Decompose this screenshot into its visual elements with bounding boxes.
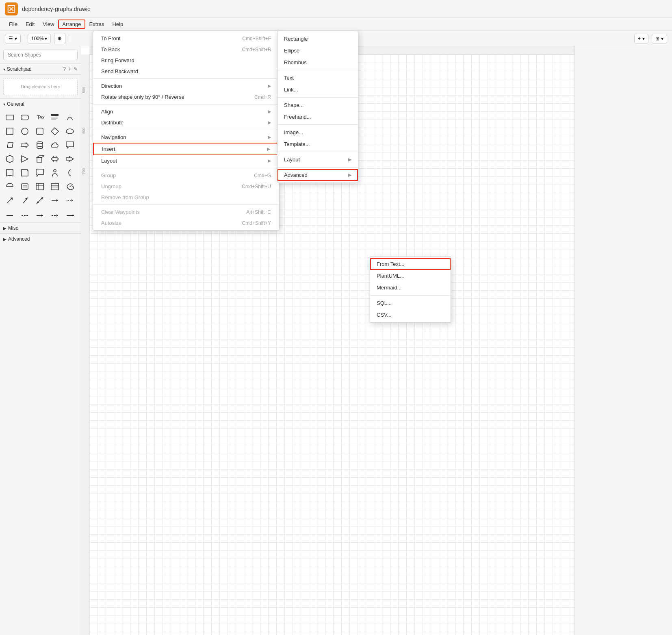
shape-rounded-square[interactable] <box>33 125 46 138</box>
menu-edit[interactable]: Edit <box>22 20 39 29</box>
insert-template[interactable]: Template... <box>277 138 358 150</box>
shape-table[interactable] <box>33 180 46 193</box>
menu-direction[interactable]: Direction ▶ <box>93 80 279 91</box>
rotate-label: Rotate shape only by 90° / Reverse <box>101 94 184 100</box>
shape-double-arrow-2[interactable] <box>33 194 46 207</box>
advanced-from-text[interactable]: From Text... <box>370 258 451 270</box>
menu-arrange[interactable]: Arrange <box>58 20 85 29</box>
shape-hexagon[interactable] <box>3 152 16 165</box>
menu-rotate[interactable]: Rotate shape only by 90° / Reverse Cmd+R <box>93 91 279 102</box>
shape-arc[interactable] <box>63 111 76 124</box>
advanced-csv[interactable]: CSV... <box>370 309 451 321</box>
shape-text[interactable]: Text <box>33 111 46 124</box>
menu-group[interactable]: Group Cmd+G <box>93 170 279 181</box>
insert-link[interactable]: Link... <box>277 84 358 96</box>
insert-image[interactable]: Image... <box>277 126 358 138</box>
shape-connector-3[interactable] <box>33 208 46 221</box>
zoom-fit-button[interactable]: ⊕ <box>54 33 65 44</box>
menu-extras[interactable]: Extras <box>85 20 108 29</box>
svg-rect-31 <box>36 183 43 190</box>
insert-layout[interactable]: Layout ▶ <box>277 154 358 165</box>
shape-list-item[interactable] <box>48 180 61 193</box>
shape-diamond[interactable] <box>48 125 61 138</box>
grid-button[interactable]: ⊞ ▾ <box>652 34 667 43</box>
insert-ellipse[interactable]: Ellipse <box>277 45 358 57</box>
scratchpad-add-icon[interactable]: + <box>68 66 71 72</box>
shape-note[interactable] <box>18 166 31 179</box>
shape-line-dot[interactable] <box>63 194 76 207</box>
toolbar-separator-2 <box>69 35 69 43</box>
advanced-section-header[interactable]: ▶ Advanced <box>0 233 81 244</box>
shape-callout[interactable] <box>63 139 76 152</box>
menu-send-backward[interactable]: Send Backward <box>93 66 279 77</box>
menu-insert[interactable]: Insert ▶ <box>93 143 279 155</box>
menu-navigation[interactable]: Navigation ▶ <box>93 132 279 143</box>
shape-cube[interactable] <box>33 152 46 165</box>
shape-double-arrow[interactable] <box>48 152 61 165</box>
scratchpad-edit-icon[interactable]: ✎ <box>74 66 78 72</box>
shape-rounded-note[interactable] <box>18 180 31 193</box>
menu-ungroup[interactable]: Ungroup Cmd+Shift+U <box>93 181 279 192</box>
insert-shape[interactable]: Shape... <box>277 99 358 111</box>
page-layout-button[interactable]: ☰ ▾ <box>5 34 21 43</box>
insert-rectangle[interactable]: Rectangle <box>277 33 358 45</box>
insert-freehand[interactable]: Freehand... <box>277 111 358 123</box>
drawio-logo-icon <box>7 4 16 13</box>
shape-rounded-rectangle[interactable] <box>18 111 31 124</box>
advanced-plantuml[interactable]: PlantUML... <box>370 270 451 282</box>
shape-square[interactable] <box>3 125 16 138</box>
shape-circle[interactable] <box>18 125 31 138</box>
shape-diagonal-arrow[interactable] <box>3 194 16 207</box>
menu-to-front[interactable]: To Front Cmd+Shift+F <box>93 33 279 44</box>
shape-connector-2[interactable] <box>18 208 31 221</box>
scratchpad-help-icon[interactable]: ? <box>63 66 66 72</box>
advanced-mermaid[interactable]: Mermaid... <box>370 282 451 294</box>
shape-half-circle[interactable] <box>3 180 16 193</box>
shape-rectangle[interactable] <box>3 111 16 124</box>
menu-align[interactable]: Align ▶ <box>93 106 279 117</box>
advanced-sql[interactable]: SQL... <box>370 297 451 309</box>
shape-step[interactable] <box>63 152 76 165</box>
menu-view[interactable]: View <box>39 20 58 29</box>
shape-up-arrow[interactable] <box>18 194 31 207</box>
clear-waypoints-label: Clear Waypoints <box>101 209 140 215</box>
shape-cloud[interactable] <box>48 139 61 152</box>
shape-person[interactable] <box>48 166 61 179</box>
shape-triangle-right[interactable] <box>18 152 31 165</box>
rotate-shortcut: Cmd+R <box>254 94 271 100</box>
shape-comment[interactable] <box>33 166 46 179</box>
zoom-control[interactable]: 100% ▾ <box>28 34 51 43</box>
search-input[interactable] <box>3 50 78 60</box>
svg-marker-12 <box>7 143 13 148</box>
shape-parallelogram[interactable] <box>3 139 16 152</box>
shape-bracket[interactable] <box>63 166 76 179</box>
shape-cylinder[interactable] <box>33 139 46 152</box>
menu-layout[interactable]: Layout ▶ <box>93 155 279 166</box>
menu-file[interactable]: File <box>5 20 22 29</box>
scratchpad-tools: ? + ✎ <box>63 66 78 72</box>
menu-help[interactable]: Help <box>108 20 127 29</box>
to-back-label: To Back <box>101 46 120 52</box>
shape-document[interactable] <box>3 166 16 179</box>
shape-connector-4[interactable] <box>48 208 61 221</box>
general-section-header[interactable]: ▾ General <box>0 98 81 109</box>
shape-line[interactable] <box>48 194 61 207</box>
menu-distribute[interactable]: Distribute ▶ <box>93 117 279 128</box>
menu-to-back[interactable]: To Back Cmd+Shift+B <box>93 44 279 55</box>
menu-clear-waypoints[interactable]: Clear Waypoints Alt+Shift+C <box>93 207 279 217</box>
shape-connector-1[interactable] <box>3 208 16 221</box>
scratchpad-section-header[interactable]: ▾ Scratchpad ? + ✎ <box>0 63 81 75</box>
shape-oval[interactable] <box>63 125 76 138</box>
insert-text[interactable]: Text <box>277 72 358 84</box>
menu-remove-from-group[interactable]: Remove from Group <box>93 192 279 203</box>
insert-button[interactable]: + ▾ <box>634 34 648 43</box>
menu-autosize[interactable]: Autosize Cmd+Shift+Y <box>93 217 279 228</box>
menu-bring-forward[interactable]: Bring Forward <box>93 55 279 66</box>
misc-section-header[interactable]: ▶ Misc <box>0 222 81 233</box>
shape-spiral[interactable] <box>63 180 76 193</box>
insert-rhombus[interactable]: Rhombus <box>277 57 358 68</box>
shape-heading[interactable] <box>48 111 61 124</box>
shape-connector-5[interactable] <box>63 208 76 221</box>
insert-advanced[interactable]: Advanced ▶ <box>277 169 358 181</box>
shape-arrow-right[interactable] <box>18 139 31 152</box>
